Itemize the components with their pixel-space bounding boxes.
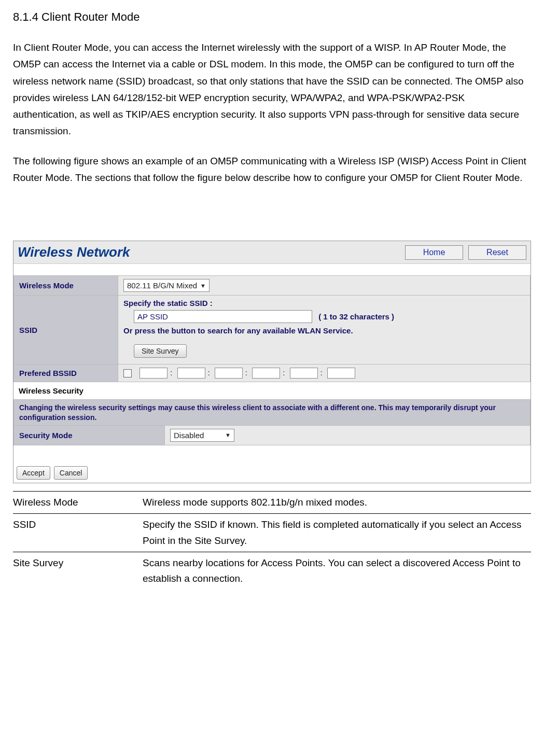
bssid-checkbox[interactable]: [123, 369, 132, 377]
site-survey-button[interactable]: Site Survey: [134, 344, 187, 358]
security-mode-select[interactable]: Disabled ▼: [170, 429, 234, 442]
cancel-button[interactable]: Cancel: [54, 466, 88, 480]
reset-button[interactable]: Reset: [468, 245, 526, 260]
bssid-field-6[interactable]: [327, 368, 355, 379]
security-warning: Changing the wireless security settings …: [14, 400, 531, 425]
ssid-char-hint: ( 1 to 32 characters ): [318, 312, 394, 321]
desc-def-ssid: Specify the SSID if known. This field is…: [143, 514, 531, 552]
security-mode-value: Disabled: [174, 431, 204, 440]
ssid-or-label: Or press the button to search for any av…: [123, 326, 525, 335]
wireless-mode-select[interactable]: 802.11 B/G/N Mixed ▼: [123, 279, 210, 292]
bssid-field-3[interactable]: [215, 368, 243, 379]
bssid-field-1[interactable]: [140, 368, 168, 379]
desc-def-wireless-mode: Wireless mode supports 802.11b/g/n mixed…: [143, 491, 531, 513]
wireless-security-heading: Wireless Security: [13, 382, 531, 399]
paragraph-intro: In Client Router Mode, you can access th…: [13, 39, 531, 140]
bssid-field-4[interactable]: [252, 368, 280, 379]
wireless-mode-label: Wireless Mode: [14, 276, 118, 296]
ssid-input[interactable]: AP SSID: [134, 310, 312, 323]
wireless-network-panel: Wireless Network Home Reset Wireless Mod…: [13, 241, 531, 483]
bssid-label: Prefered BSSID: [14, 365, 118, 382]
panel-title: Wireless Network: [18, 244, 400, 260]
chevron-down-icon: ▼: [200, 283, 206, 289]
accept-button[interactable]: Accept: [17, 466, 50, 480]
wireless-mode-value: 802.11 B/G/N Mixed: [127, 281, 197, 290]
home-button[interactable]: Home: [405, 245, 463, 260]
desc-def-site-survey: Scans nearby locations for Access Points…: [143, 552, 531, 590]
section-heading: 8.1.4 Client Router Mode: [13, 10, 531, 24]
chevron-down-icon: ▼: [225, 432, 231, 438]
ssid-row-label: SSID: [14, 296, 118, 365]
desc-term-ssid: SSID: [13, 514, 143, 552]
bssid-field-5[interactable]: [290, 368, 318, 379]
paragraph-figure: The following figure shows an example of…: [13, 153, 531, 187]
desc-term-site-survey: Site Survey: [13, 552, 143, 590]
security-mode-label: Security Mode: [14, 425, 165, 445]
desc-term-wireless-mode: Wireless Mode: [13, 491, 143, 513]
description-table: Wireless Mode Wireless mode supports 802…: [13, 491, 531, 590]
panel-header: Wireless Network Home Reset: [13, 241, 531, 264]
bssid-field-2[interactable]: [177, 368, 205, 379]
ssid-static-label: Specify the static SSID :: [123, 299, 525, 307]
